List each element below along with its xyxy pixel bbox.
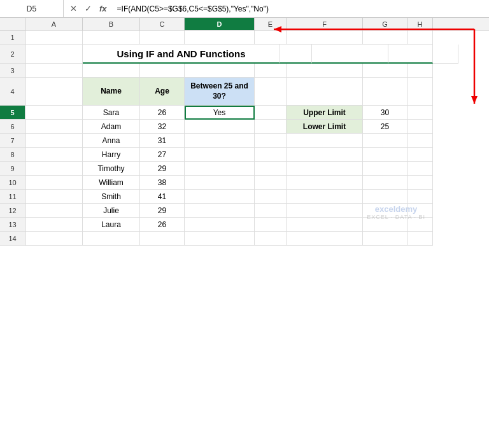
cell-g2[interactable] [388, 45, 433, 64]
cell-e12[interactable] [255, 204, 287, 218]
cell-a4[interactable] [25, 78, 83, 106]
cell-c13[interactable]: 26 [140, 218, 185, 232]
cell-d3[interactable] [185, 64, 255, 78]
col-header-h[interactable]: H [408, 18, 433, 30]
cell-g5[interactable]: 30 [363, 106, 408, 120]
cell-name-header[interactable]: Name [83, 78, 140, 106]
cell-a5[interactable] [25, 106, 83, 120]
col-header-c[interactable]: C [140, 18, 185, 30]
cell-g11[interactable] [363, 190, 408, 204]
cell-h5[interactable] [408, 106, 433, 120]
cell-b10[interactable]: William [83, 176, 140, 190]
cell-title[interactable]: Using IF and AND Functions [83, 45, 280, 64]
cell-e5[interactable] [255, 106, 287, 120]
cell-c1[interactable] [140, 31, 185, 45]
cell-b13[interactable]: Laura [83, 218, 140, 232]
col-header-g[interactable]: G [363, 18, 408, 30]
cell-f7[interactable] [287, 134, 363, 148]
cell-g14[interactable] [363, 232, 408, 246]
col-header-b[interactable]: B [83, 18, 140, 30]
cell-a3[interactable] [25, 64, 83, 78]
cell-b3[interactable] [83, 64, 140, 78]
cell-c9[interactable]: 29 [140, 162, 185, 176]
cell-a6[interactable] [25, 120, 83, 134]
cell-e2[interactable] [280, 45, 312, 64]
cell-a13[interactable] [25, 218, 83, 232]
cell-reference-box[interactable]: D5 [0, 0, 64, 17]
cell-f1[interactable] [287, 31, 363, 45]
cell-a8[interactable] [25, 148, 83, 162]
cell-a12[interactable] [25, 204, 83, 218]
cell-a10[interactable] [25, 176, 83, 190]
cell-d7[interactable] [185, 134, 255, 148]
cell-c11[interactable]: 41 [140, 190, 185, 204]
insert-function-icon[interactable]: fx [97, 3, 110, 15]
cell-d9[interactable] [185, 162, 255, 176]
cell-f5[interactable]: Upper Limit [287, 106, 363, 120]
cell-f14[interactable] [287, 232, 363, 246]
cell-between-header[interactable]: Between 25 and 30? [185, 78, 255, 106]
cell-h2[interactable] [433, 45, 458, 64]
cell-h6[interactable] [408, 120, 433, 134]
cell-h9[interactable] [408, 162, 433, 176]
cell-c14[interactable] [140, 232, 185, 246]
cell-b6[interactable]: Adam [83, 120, 140, 134]
cell-h4[interactable] [408, 78, 433, 106]
cell-a14[interactable] [25, 232, 83, 246]
cell-d5[interactable]: Yes [185, 106, 255, 120]
cell-g9[interactable] [363, 162, 408, 176]
cell-a9[interactable] [25, 162, 83, 176]
confirm-icon[interactable]: ✓ [82, 3, 94, 15]
formula-input[interactable] [113, 0, 489, 17]
cell-c6[interactable]: 32 [140, 120, 185, 134]
cell-g8[interactable] [363, 148, 408, 162]
cell-e7[interactable] [255, 134, 287, 148]
cell-e14[interactable] [255, 232, 287, 246]
col-header-a[interactable]: A [25, 18, 83, 30]
cell-e10[interactable] [255, 176, 287, 190]
cell-d12[interactable] [185, 204, 255, 218]
cell-g7[interactable] [363, 134, 408, 148]
cell-g6[interactable]: 25 [363, 120, 408, 134]
cell-e3[interactable] [255, 64, 287, 78]
cell-f8[interactable] [287, 148, 363, 162]
cell-g4[interactable] [363, 78, 408, 106]
cell-f13[interactable] [287, 218, 363, 232]
cell-c5[interactable]: 26 [140, 106, 185, 120]
cancel-icon[interactable]: ✕ [67, 3, 80, 15]
cell-b14[interactable] [83, 232, 140, 246]
cell-a1[interactable] [25, 31, 83, 45]
cell-c8[interactable]: 27 [140, 148, 185, 162]
cell-b1[interactable] [83, 31, 140, 45]
col-header-f[interactable]: F [287, 18, 363, 30]
cell-b5[interactable]: Sara [83, 106, 140, 120]
cell-h1[interactable] [408, 31, 433, 45]
cell-d10[interactable] [185, 176, 255, 190]
cell-b12[interactable]: Julie [83, 204, 140, 218]
cell-c10[interactable]: 38 [140, 176, 185, 190]
cell-a11[interactable] [25, 190, 83, 204]
cell-b11[interactable]: Smith [83, 190, 140, 204]
cell-f2[interactable] [312, 45, 388, 64]
cell-e6[interactable] [255, 120, 287, 134]
cell-age-header[interactable]: Age [140, 78, 185, 106]
cell-e11[interactable] [255, 190, 287, 204]
cell-e8[interactable] [255, 148, 287, 162]
cell-h8[interactable] [408, 148, 433, 162]
cell-h7[interactable] [408, 134, 433, 148]
cell-g3[interactable] [363, 64, 408, 78]
cell-b9[interactable]: Timothy [83, 162, 140, 176]
cell-f10[interactable] [287, 176, 363, 190]
cell-e9[interactable] [255, 162, 287, 176]
cell-f4[interactable] [287, 78, 363, 106]
cell-f12[interactable] [287, 204, 363, 218]
cell-b7[interactable]: Anna [83, 134, 140, 148]
cell-c7[interactable]: 31 [140, 134, 185, 148]
cell-f3[interactable] [287, 64, 363, 78]
cell-d1[interactable] [185, 31, 255, 45]
col-header-e[interactable]: E [255, 18, 287, 30]
cell-c3[interactable] [140, 64, 185, 78]
cell-d13[interactable] [185, 218, 255, 232]
cell-a2[interactable] [25, 45, 83, 64]
cell-g1[interactable] [363, 31, 408, 45]
